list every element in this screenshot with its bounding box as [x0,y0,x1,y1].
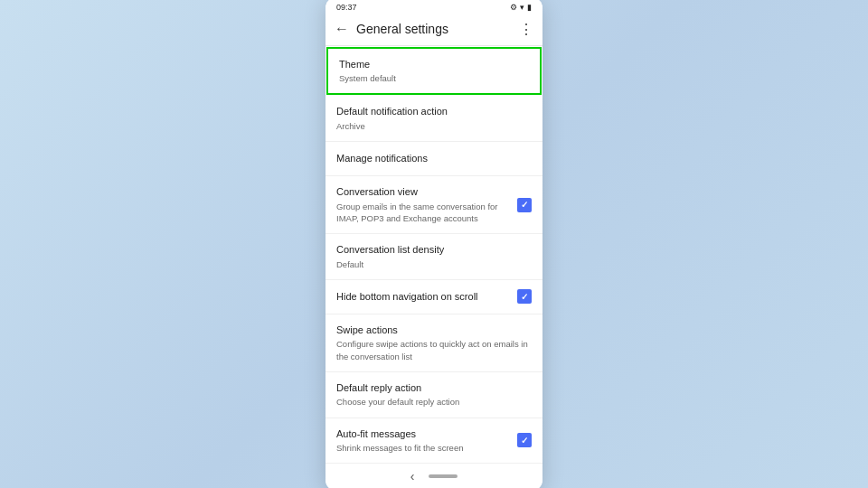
settings-item-swipe-actions[interactable]: Swipe actions Configure swipe actions to… [326,314,542,372]
status-time: 09:37 [336,3,357,12]
page-title: General settings [356,22,519,36]
status-bar: 09:37 ⚙ ▾ ▮ [326,0,542,15]
settings-item-hide-nav-title: Hide bottom navigation on scroll [336,290,510,304]
settings-item-density-title: Conversation list density [336,243,532,257]
settings-item-manage-text: Manage notifications [336,152,532,165]
settings-item-hide-bottom-nav[interactable]: Hide bottom navigation on scroll [326,280,542,314]
settings-item-auto-fit-messages[interactable]: Auto-fit messages Shrink messages to fit… [326,418,542,465]
settings-item-autofit-title: Auto-fit messages [336,427,510,441]
phone-screen: 09:37 ⚙ ▾ ▮ ← General settings ⋮ Theme S… [326,0,542,488]
settings-item-conversation-view[interactable]: Conversation view Group emails in the sa… [326,176,542,234]
auto-fit-checkbox[interactable] [517,433,532,447]
settings-item-conv-subtitle: Group emails in the same conversation fo… [336,201,510,225]
settings-item-conversation-density[interactable]: Conversation list density Default [326,234,542,280]
back-button[interactable]: ← [335,21,349,37]
more-options-button[interactable]: ⋮ [519,21,533,38]
top-bar: ← General settings ⋮ [326,15,542,46]
settings-item-density-text: Conversation list density Default [336,243,532,270]
status-icons: ⚙ ▾ ▮ [510,3,532,12]
settings-item-autofit-subtitle: Shrink messages to fit the screen [336,442,510,454]
wifi-icon: ▾ [520,3,524,12]
settings-item-reply-subtitle: Choose your default reply action [336,396,532,408]
settings-item-theme-text: Theme System default [339,58,529,85]
settings-item-swipe-text: Swipe actions Configure swipe actions to… [336,324,532,362]
settings-item-notif-text: Default notification action Archive [336,105,532,132]
settings-item-conv-text: Conversation view Group emails in the sa… [336,185,510,224]
settings-list: Theme System default Default notificatio… [326,47,542,464]
settings-item-swipe-subtitle: Configure swipe actions to quickly act o… [336,338,532,362]
settings-item-reply-title: Default reply action [336,381,532,395]
settings-item-notif-title: Default notification action [336,105,532,118]
hide-bottom-nav-checkbox[interactable] [517,289,532,304]
conversation-view-checkbox[interactable] [517,198,532,212]
settings-item-swipe-title: Swipe actions [336,324,532,337]
settings-item-theme-subtitle: System default [339,72,529,84]
settings-item-theme-title: Theme [339,58,529,71]
settings-item-conv-title: Conversation view [336,185,510,199]
settings-item-density-subtitle: Default [336,258,532,270]
settings-item-default-reply-action[interactable]: Default reply action Choose your default… [326,372,542,418]
settings-item-reply-text: Default reply action Choose your default… [336,381,532,408]
battery-icon: ▮ [527,3,532,12]
settings-item-autofit-text: Auto-fit messages Shrink messages to fit… [336,427,510,455]
settings-item-manage-title: Manage notifications [336,152,532,165]
nav-back-icon[interactable]: ‹ [410,469,415,483]
settings-item-theme[interactable]: Theme System default [326,47,542,96]
settings-item-hide-nav-text: Hide bottom navigation on scroll [336,290,510,304]
nav-home-indicator[interactable] [429,474,458,478]
settings-item-manage-notifications[interactable]: Manage notifications [326,142,542,176]
navigation-bar: ‹ [326,464,542,488]
settings-status-icon: ⚙ [510,3,517,12]
settings-item-notif-subtitle: Archive [336,120,532,132]
settings-item-default-notification-action[interactable]: Default notification action Archive [326,96,542,142]
